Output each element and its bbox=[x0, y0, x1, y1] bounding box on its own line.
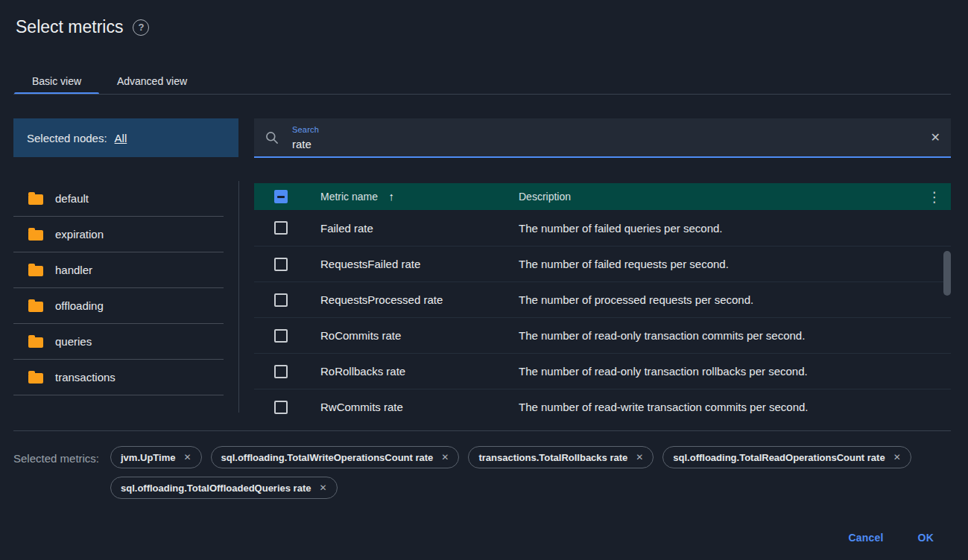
selected-metrics-chips: jvm.UpTime ✕ sql.offloading.TotalWriteOp… bbox=[110, 446, 951, 499]
metric-description: The number of processed requests per sec… bbox=[519, 293, 918, 306]
chip-label: sql.offloading.TotalOffloadedQueries rat… bbox=[121, 483, 311, 494]
clear-search-icon[interactable]: ✕ bbox=[931, 129, 940, 147]
folder-icon bbox=[28, 302, 43, 312]
chip-remove-icon[interactable]: ✕ bbox=[441, 452, 449, 462]
row-checkbox[interactable] bbox=[274, 401, 288, 414]
folder-item-handler[interactable]: handler bbox=[13, 252, 224, 288]
folder-label: queries bbox=[55, 335, 92, 348]
table-row[interactable]: RequestsProcessed rate The number of pro… bbox=[254, 281, 951, 317]
sort-ascending-icon[interactable]: ↑ bbox=[388, 190, 394, 203]
tab-advanced-view[interactable]: Advanced view bbox=[99, 67, 205, 95]
ok-button[interactable]: OK bbox=[912, 527, 940, 548]
help-icon[interactable]: ? bbox=[133, 19, 149, 36]
metric-chip: sql.offloading.TotalWriteOperationsCount… bbox=[211, 446, 460, 468]
folder-label: handler bbox=[55, 264, 92, 276]
page-title: Select metrics ? bbox=[16, 17, 149, 37]
metric-chip: transactions.TotalRollbacks rate ✕ bbox=[468, 446, 654, 468]
folder-item-default[interactable]: default bbox=[13, 181, 224, 217]
row-checkbox[interactable] bbox=[274, 258, 288, 271]
search-icon bbox=[265, 130, 279, 148]
search-input[interactable]: rate bbox=[292, 138, 311, 150]
table-scrollbar-thumb[interactable] bbox=[943, 251, 951, 296]
chip-label: sql.offloading.TotalWriteOperationsCount… bbox=[221, 452, 434, 463]
chip-remove-icon[interactable]: ✕ bbox=[636, 452, 643, 462]
table-row[interactable]: RoCommits rate The number of read-only t… bbox=[254, 317, 951, 353]
tab-basic-view[interactable]: Basic view bbox=[14, 67, 99, 95]
folder-icon bbox=[28, 337, 43, 348]
folder-icon bbox=[28, 230, 43, 241]
table-row[interactable]: RwCommits rate The number of read-write … bbox=[254, 389, 951, 424]
table-row[interactable]: Failed rate The number of failed queries… bbox=[254, 210, 951, 246]
chip-remove-icon[interactable]: ✕ bbox=[893, 452, 901, 462]
table-row[interactable]: RequestsFailed rate The number of failed… bbox=[254, 246, 951, 281]
folder-label: transactions bbox=[55, 371, 116, 384]
metric-description: The number of read-only transaction roll… bbox=[519, 365, 918, 378]
search-field[interactable]: Search rate ✕ bbox=[254, 118, 951, 158]
selected-nodes-label: Selected nodes: bbox=[27, 132, 107, 144]
metric-name: RoCommits rate bbox=[320, 329, 519, 342]
metrics-table: Metric name ↑ Description ⋮ Failed rate … bbox=[254, 183, 951, 424]
metric-name: Failed rate bbox=[320, 222, 519, 235]
metric-description: The number of read-only transaction comm… bbox=[519, 329, 918, 342]
folder-label: expiration bbox=[55, 228, 104, 241]
metric-chip: sql.offloading.TotalReadOperationsCount … bbox=[662, 446, 911, 468]
metric-name: RwCommits rate bbox=[320, 401, 519, 413]
cancel-button[interactable]: Cancel bbox=[842, 527, 889, 548]
metric-chip: sql.offloading.TotalOffloadedQueries rat… bbox=[110, 477, 338, 499]
section-divider bbox=[13, 430, 951, 431]
chip-remove-icon[interactable]: ✕ bbox=[319, 483, 326, 493]
folder-icon bbox=[28, 194, 43, 205]
chip-label: jvm.UpTime bbox=[121, 452, 175, 463]
chip-remove-icon[interactable]: ✕ bbox=[183, 452, 191, 462]
folder-item-offloading[interactable]: offloading bbox=[13, 288, 224, 324]
dialog-actions: Cancel OK bbox=[842, 527, 940, 548]
metric-name: RoRollbacks rate bbox=[320, 365, 519, 378]
tabs-divider bbox=[13, 94, 951, 95]
chip-label: transactions.TotalRollbacks rate bbox=[478, 452, 627, 463]
table-row[interactable]: RoRollbacks rate The number of read-only… bbox=[254, 353, 951, 389]
folder-item-transactions[interactable]: transactions bbox=[13, 360, 224, 395]
folder-item-queries[interactable]: queries bbox=[13, 324, 224, 360]
page-title-text: Select metrics bbox=[16, 17, 123, 37]
selected-nodes-panel: Selected nodes: All bbox=[13, 118, 238, 157]
metric-chip: jvm.UpTime ✕ bbox=[110, 446, 202, 468]
folder-list: default expiration handler offloading qu… bbox=[13, 181, 224, 395]
table-menu-kebab-icon[interactable]: ⋮ bbox=[918, 188, 951, 206]
row-checkbox[interactable] bbox=[274, 293, 288, 307]
metric-name: RequestsFailed rate bbox=[320, 258, 519, 270]
table-header-row: Metric name ↑ Description ⋮ bbox=[254, 183, 951, 210]
column-header-metric-name[interactable]: Metric name bbox=[320, 191, 378, 203]
metric-name: RequestsProcessed rate bbox=[320, 293, 519, 306]
column-header-description[interactable]: Description bbox=[519, 191, 571, 203]
view-tabs: Basic view Advanced view bbox=[14, 67, 205, 95]
folder-label: default bbox=[55, 192, 89, 205]
folder-icon bbox=[28, 266, 43, 276]
select-all-checkbox[interactable] bbox=[274, 190, 288, 203]
chip-label: sql.offloading.TotalReadOperationsCount … bbox=[673, 452, 885, 463]
sidebar-table-separator bbox=[238, 181, 239, 413]
metric-description: The number of read-write transaction com… bbox=[519, 401, 918, 413]
metric-description: The number of failed queries per second. bbox=[519, 222, 918, 235]
row-checkbox[interactable] bbox=[274, 221, 288, 235]
selected-nodes-all-link[interactable]: All bbox=[115, 132, 127, 144]
row-checkbox[interactable] bbox=[274, 365, 288, 378]
search-floating-label: Search bbox=[292, 125, 319, 134]
folder-label: offloading bbox=[55, 299, 104, 312]
folder-icon bbox=[28, 373, 43, 384]
selected-metrics-label: Selected metrics: bbox=[13, 452, 99, 465]
folder-item-expiration[interactable]: expiration bbox=[13, 217, 224, 252]
row-checkbox[interactable] bbox=[274, 329, 288, 343]
metric-description: The number of failed requests per second… bbox=[519, 258, 918, 270]
